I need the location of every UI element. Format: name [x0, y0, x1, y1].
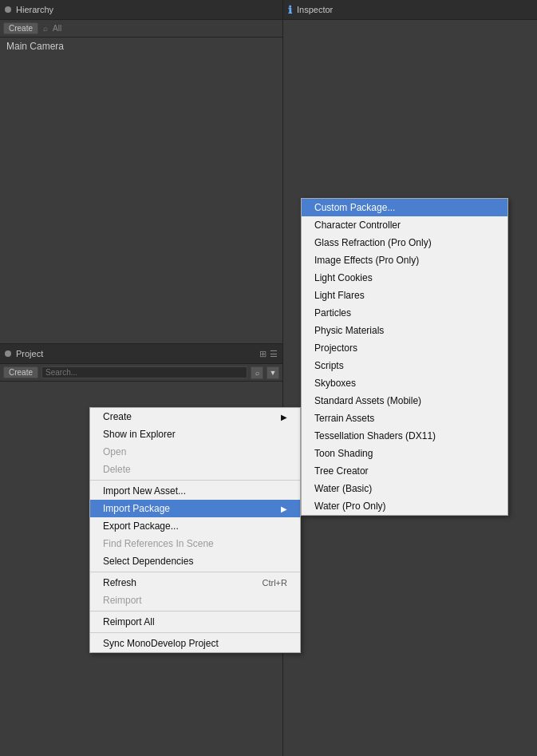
context-item-sync-monodevelop[interactable]: Sync MonoDevelop Project	[90, 635, 300, 652]
main-camera-item[interactable]: Main Camera	[6, 41, 64, 52]
context-separator-3	[90, 611, 300, 612]
project-header: Project ⊞ ☰	[0, 344, 282, 364]
submenu-item-tessellation-shaders[interactable]: Tessellation Shaders (DX11)	[302, 427, 507, 445]
project-toolbar: Create ⌕ ▼	[0, 364, 282, 382]
context-arrow-import-package: ▶	[281, 505, 287, 513]
context-item-reimport-label: Reimport	[103, 595, 142, 606]
submenu-item-scripts[interactable]: Scripts	[302, 357, 507, 374]
submenu-item-light-flares[interactable]: Light Flares	[302, 287, 507, 304]
submenu-item-terrain-assets[interactable]: Terrain Assets	[302, 410, 507, 427]
context-item-refresh-label: Refresh	[103, 577, 136, 588]
project-search-icon[interactable]: ⌕	[251, 366, 263, 379]
submenu-item-physic-materials[interactable]: Physic Materials	[302, 322, 507, 339]
context-item-create-label: Create	[103, 411, 132, 422]
submenu-item-standard-assets-mobile[interactable]: Standard Assets (Mobile)	[302, 392, 507, 410]
submenu-item-image-effects[interactable]: Image Effects (Pro Only)	[302, 251, 507, 269]
project-options-icon[interactable]: ⊞	[259, 349, 267, 359]
import-package-submenu: Custom Package... Character Controller G…	[301, 198, 508, 516]
context-item-import-new-asset-label: Import New Asset...	[103, 485, 186, 497]
inspector-title: Inspector	[297, 5, 333, 14]
project-title: Project	[16, 349, 43, 358]
context-separator-2	[90, 572, 300, 572]
context-item-open: Open	[90, 443, 300, 461]
context-item-reimport: Reimport	[90, 592, 300, 609]
context-item-sync-monodevelop-label: Sync MonoDevelop Project	[103, 638, 219, 649]
submenu-item-toon-shading[interactable]: Toon Shading	[302, 445, 507, 462]
hierarchy-panel-icon	[5, 6, 11, 13]
project-search-input[interactable]	[41, 366, 247, 378]
context-item-show-in-explorer-label: Show in Explorer	[103, 429, 176, 440]
hierarchy-toolbar: Create ⌕ All	[0, 20, 282, 38]
inspector-icon: ℹ	[288, 4, 292, 16]
submenu-item-custom-package[interactable]: Custom Package...	[302, 199, 507, 216]
context-item-export-package[interactable]: Export Package...	[90, 517, 300, 535]
context-item-refresh[interactable]: Refresh Ctrl+R	[90, 574, 300, 592]
submenu-item-character-controller[interactable]: Character Controller	[302, 216, 507, 234]
context-item-select-dependencies-label: Select Dependencies	[103, 556, 193, 567]
context-item-import-package-label: Import Package	[103, 503, 170, 514]
inspector-header: ℹ Inspector	[283, 0, 537, 20]
context-item-find-references: Find References In Scene	[90, 535, 300, 552]
project-filter-icon[interactable]: ▼	[267, 366, 279, 379]
hierarchy-content: Main Camera	[0, 38, 282, 55]
submenu-item-glass-refraction[interactable]: Glass Refraction (Pro Only)	[302, 234, 507, 251]
hierarchy-all-button[interactable]: All	[53, 24, 61, 33]
context-menu: Create ▶ Show in Explorer Open Delete Im…	[89, 407, 301, 653]
context-item-export-package-label: Export Package...	[103, 520, 179, 532]
context-item-delete: Delete	[90, 461, 300, 478]
submenu-item-water-pro-only[interactable]: Water (Pro Only)	[302, 497, 507, 515]
context-item-delete-label: Delete	[103, 464, 131, 475]
submenu-item-light-cookies[interactable]: Light Cookies	[302, 269, 507, 287]
context-refresh-shortcut: Ctrl+R	[263, 578, 287, 588]
hierarchy-header: Hierarchy	[0, 0, 282, 20]
context-item-import-new-asset[interactable]: Import New Asset...	[90, 482, 300, 500]
context-item-create[interactable]: Create ▶	[90, 408, 300, 425]
context-separator-1	[90, 480, 300, 481]
hierarchy-panel: Hierarchy Create ⌕ All Main Camera	[0, 0, 283, 343]
submenu-item-skyboxes[interactable]: Skyboxes	[302, 374, 507, 392]
context-item-reimport-all-label: Reimport All	[103, 616, 155, 627]
context-separator-4	[90, 632, 300, 633]
context-item-show-in-explorer[interactable]: Show in Explorer	[90, 425, 300, 443]
context-item-open-label: Open	[103, 446, 126, 457]
context-item-reimport-all[interactable]: Reimport All	[90, 613, 300, 631]
submenu-item-water-basic[interactable]: Water (Basic)	[302, 480, 507, 497]
hierarchy-create-button[interactable]: Create	[3, 22, 38, 34]
context-item-select-dependencies[interactable]: Select Dependencies	[90, 552, 300, 570]
submenu-item-projectors[interactable]: Projectors	[302, 339, 507, 357]
project-create-button[interactable]: Create	[3, 366, 38, 378]
context-item-find-references-label: Find References In Scene	[103, 538, 214, 549]
project-panel-icon	[5, 350, 11, 357]
project-menu-icon[interactable]: ☰	[270, 349, 278, 359]
context-arrow-create: ▶	[281, 413, 287, 422]
hierarchy-title: Hierarchy	[16, 5, 53, 14]
submenu-item-particles[interactable]: Particles	[302, 304, 507, 322]
context-item-import-package[interactable]: Import Package ▶	[90, 500, 300, 517]
submenu-item-tree-creator[interactable]: Tree Creator	[302, 462, 507, 480]
